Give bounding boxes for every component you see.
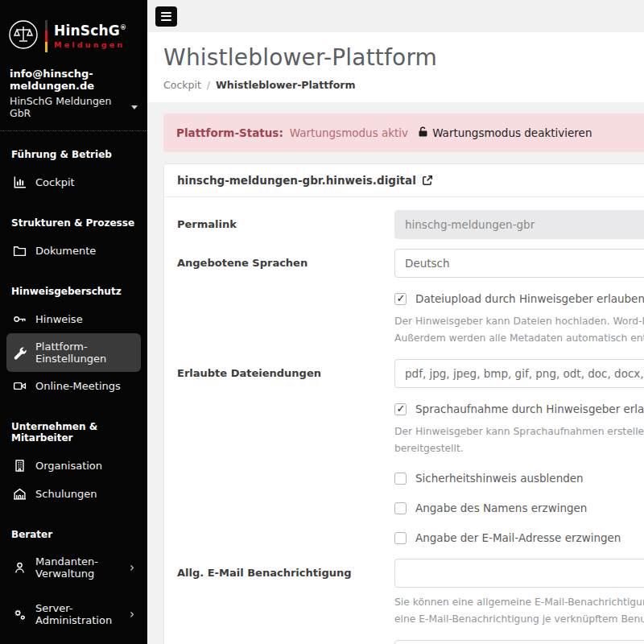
file-extensions-input[interactable]: [394, 359, 644, 388]
voice-recording-checkbox[interactable]: [394, 403, 407, 415]
voice-recording-checkbox-row[interactable]: Sprachaufnahme durch Hinweisgeber erlaub…: [394, 401, 644, 417]
voice-recording-help-1: Der Hinweisgeber kann Sprachaufnahmen er…: [394, 424, 644, 440]
sidebar: HinSchG® Meldungen info@hinschg-meldunge…: [0, 0, 147, 644]
platform-domain: hinschg-meldungen-gbr.hinweis.digital: [177, 174, 416, 187]
sidebar-item-online-meetings[interactable]: Online-Meetings: [6, 372, 141, 400]
languages-input[interactable]: [394, 249, 644, 278]
platform-password-label: Plattform-Passwort: [177, 640, 394, 644]
languages-label: Angebotene Sprachen: [177, 249, 394, 269]
topbar: [147, 0, 644, 32]
email-notification-help-2: eine E-Mail-Benachrichtigung je verknüpf…: [394, 612, 644, 627]
voice-recording-help-2: bereitgestellt.: [394, 441, 644, 456]
building-icon: [13, 459, 27, 473]
wrench-icon: [13, 346, 27, 360]
sidebar-item-cockpit[interactable]: Cockpit: [6, 168, 141, 196]
german-flag-bar: [45, 20, 47, 52]
brand-name: HinSchG®: [54, 23, 126, 39]
force-name-checkbox[interactable]: [394, 502, 407, 514]
nav-section-unternehmen: Unternehmen & Mitarbeiter: [6, 408, 141, 452]
settings-form: Permalink Angebotene Sprachen Dateiuploa…: [164, 197, 644, 644]
hide-security-note-checkbox[interactable]: [394, 473, 407, 485]
chevron-right-icon: ›: [130, 562, 134, 574]
main-area: Whistleblower-Plattform Cockpit / Whistl…: [147, 0, 644, 644]
bar-chart-icon: [13, 175, 27, 189]
account-switcher[interactable]: info@hinschg-meldungen.de HinSchG Meldun…: [0, 60, 147, 131]
platform-password-input[interactable]: [394, 640, 644, 644]
file-extensions-label: Erlaubte Dateiendungen: [177, 359, 394, 379]
nav-section-fuehrung: Führung & Betrieb: [6, 136, 141, 168]
email-notification-help-1: Sie können eine allgemeine E-Mail-Benach…: [394, 595, 644, 610]
page-header: Whistleblower-Plattform Cockpit / Whistl…: [147, 32, 644, 102]
force-email-checkbox[interactable]: [394, 532, 407, 544]
email-notification-label: Allg. E-Mail Benachrichtigung: [177, 559, 394, 579]
sidebar-item-dokumente[interactable]: Dokumente: [6, 237, 141, 265]
file-upload-checkbox[interactable]: [394, 293, 407, 305]
scales-of-justice-icon: [8, 19, 39, 53]
gears-icon: [13, 608, 27, 621]
chevron-right-icon: ›: [130, 609, 134, 621]
video-camera-icon: [13, 379, 27, 393]
folder-icon: [13, 244, 27, 258]
account-email: info@hinschg-meldungen.de: [10, 68, 138, 92]
account-company[interactable]: HinSchG Meldungen GbR: [10, 95, 138, 119]
file-upload-checkbox-row[interactable]: Dateiupload durch Hinweisgeber erlauben: [394, 291, 644, 307]
content: Plattform-Status: Wartungsmodus aktiv Wa…: [147, 102, 644, 644]
user-icon: [13, 561, 27, 575]
alert-status-value: Wartungsmodus aktiv: [290, 126, 408, 139]
unlock-icon: [417, 126, 429, 140]
breadcrumb-current: Whistleblower-Plattform: [216, 79, 355, 91]
brand-logo[interactable]: HinSchG® Meldungen: [0, 0, 147, 60]
hamburger-menu-button[interactable]: [155, 6, 177, 27]
permalink-label: Permalink: [177, 210, 394, 230]
sidebar-item-organisation[interactable]: Organisation: [6, 452, 141, 480]
brand-subtitle: Meldungen: [54, 41, 126, 49]
alert-status-label: Plattform-Status:: [176, 126, 283, 139]
breadcrumb: Cockpit / Whistleblower-Plattform: [163, 79, 628, 91]
sidebar-item-schulungen[interactable]: Schulungen: [6, 480, 141, 508]
maintenance-alert: Plattform-Status: Wartungsmodus aktiv Wa…: [163, 114, 644, 152]
hamburger-icon: [161, 12, 171, 14]
external-link-icon[interactable]: [422, 175, 433, 186]
breadcrumb-separator: /: [207, 79, 210, 91]
sidebar-item-server-administration[interactable]: Server-Administration ›: [6, 595, 141, 634]
hide-security-note-checkbox-row[interactable]: Sicherheitshinweis ausblenden: [394, 470, 644, 486]
sidebar-nav: Führung & Betrieb Cockpit Strukturen & P…: [0, 131, 147, 638]
file-upload-help-2: Außerdem werden alle Metadaten automatis…: [394, 331, 644, 346]
chevron-down-icon: [131, 105, 138, 109]
key-icon: [13, 312, 27, 326]
school-icon: [13, 487, 27, 501]
force-email-checkbox-row[interactable]: Angabe der E-Mail-Adresse erzwingen: [394, 530, 644, 546]
nav-section-hinweisgeberschutz: Hinweisgeberschutz: [6, 273, 141, 305]
sidebar-item-mandanten-verwaltung[interactable]: Mandanten-Verwaltung ›: [6, 548, 141, 587]
deactivate-maintenance-link[interactable]: Wartungsmodus deaktivieren: [417, 126, 592, 140]
page-title: Whistleblower-Plattform: [163, 44, 628, 71]
force-name-checkbox-row[interactable]: Angabe des Namens erzwingen: [394, 500, 644, 516]
sidebar-item-hinweise[interactable]: Hinweise: [6, 305, 141, 333]
nav-section-berater: Berater: [6, 516, 141, 548]
nav-section-strukturen: Strukturen & Prozesse: [6, 204, 141, 237]
sidebar-item-plattform-einstellungen[interactable]: Plattform-Einstellungen: [6, 333, 141, 372]
email-notification-input[interactable]: [394, 559, 644, 588]
breadcrumb-cockpit-link[interactable]: Cockpit: [163, 79, 201, 91]
settings-card: hinschg-meldungen-gbr.hinweis.digital Pe…: [163, 163, 644, 644]
file-upload-help-1: Der Hinweisgeber kann Dateien hochladen.…: [394, 314, 644, 329]
card-header: hinschg-meldungen-gbr.hinweis.digital: [164, 164, 644, 197]
permalink-input: [394, 210, 644, 239]
